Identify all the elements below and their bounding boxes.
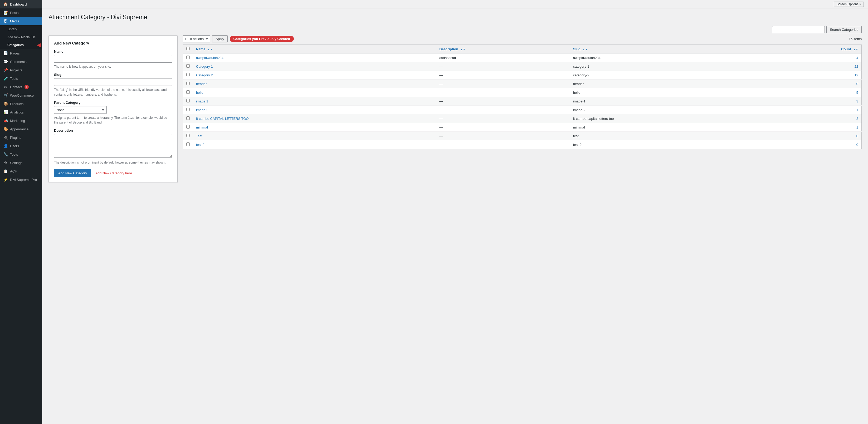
description-textarea[interactable]: [54, 134, 172, 158]
row-name-link[interactable]: It can be CAPITAL LETTERS TOO: [196, 117, 249, 121]
sidebar-item-divi-supreme[interactable]: ⚡ Divi Supreme Pro: [0, 175, 42, 184]
row-count-link[interactable]: 1: [857, 125, 858, 129]
name-input[interactable]: [54, 55, 172, 63]
row-name-cell: awopidwauioh234: [193, 54, 436, 62]
sidebar-item-label: Projects: [10, 68, 22, 72]
row-checkbox[interactable]: [186, 117, 190, 120]
row-name-link[interactable]: Test: [196, 134, 203, 138]
sidebar-item-label: Settings: [10, 161, 22, 165]
sidebar-item-label: Tools: [10, 153, 18, 157]
row-checkbox-cell: [183, 62, 193, 71]
sidebar-item-comments[interactable]: 💬 Comments: [0, 57, 42, 66]
sidebar-item-label: Appearance: [10, 127, 28, 131]
add-new-category-button[interactable]: Add New Category: [54, 169, 91, 177]
row-checkbox[interactable]: [186, 108, 190, 111]
header-slug[interactable]: Slug ▲▼: [570, 45, 764, 54]
slug-input[interactable]: [54, 78, 172, 86]
sidebar-item-add-new-media[interactable]: Add New Media File: [0, 33, 42, 41]
row-name-cell: header: [193, 79, 436, 88]
table-body: awopidwauioh234 asdasdsad awopidwauioh23…: [183, 54, 862, 149]
header-count[interactable]: Count ▲▼: [764, 45, 861, 54]
sidebar-item-users[interactable]: 👤 Users: [0, 142, 42, 150]
slug-field: Slug The "slug" is the URL-friendly vers…: [54, 73, 172, 97]
row-count-link[interactable]: 0: [857, 134, 858, 138]
row-checkbox[interactable]: [186, 56, 190, 59]
row-checkbox[interactable]: [186, 99, 190, 102]
row-checkbox[interactable]: [186, 125, 190, 129]
acf-icon: 📋: [3, 169, 8, 173]
apply-button[interactable]: Apply: [212, 35, 228, 42]
row-checkbox[interactable]: [186, 73, 190, 76]
row-count-link[interactable]: 3: [857, 99, 858, 103]
row-count-link[interactable]: 0: [857, 82, 858, 86]
sidebar-item-categories[interactable]: Categories ◀: [0, 41, 42, 49]
sidebar-item-products[interactable]: 📦 Products: [0, 100, 42, 108]
table-header-row: Name ▲▼ Description ▲▼ Slug ▲▼: [183, 45, 862, 54]
row-checkbox[interactable]: [186, 64, 190, 68]
sidebar-item-dashboard[interactable]: 🏠 Dashboard: [0, 0, 42, 8]
dashboard-icon: 🏠: [3, 2, 8, 6]
table-row: Test — test 0: [183, 132, 862, 140]
row-checkbox[interactable]: [186, 90, 190, 94]
arrow-icon: ◀: [37, 42, 40, 48]
row-name-link[interactable]: header: [196, 82, 207, 86]
marketing-icon: 📣: [3, 119, 8, 123]
sidebar-item-marketing[interactable]: 📣 Marketing: [0, 117, 42, 125]
sidebar-item-projects[interactable]: 📌 Projects: [0, 66, 42, 74]
woocommerce-icon: 🛒: [3, 93, 8, 97]
slug-col-label: Slug: [573, 47, 581, 51]
row-checkbox[interactable]: [186, 134, 190, 137]
row-count-link[interactable]: 12: [855, 73, 858, 77]
page-title: Attachment Category - Divi Supreme: [49, 14, 862, 21]
sidebar-item-appearance[interactable]: 🎨 Appearance: [0, 125, 42, 133]
row-checkbox[interactable]: [186, 81, 190, 85]
slug-sort-icon: ▲▼: [583, 48, 588, 51]
header-name[interactable]: Name ▲▼: [193, 45, 436, 54]
sidebar-item-contact[interactable]: ✉ Contact 1: [0, 83, 42, 91]
sidebar-item-analytics[interactable]: 📊 Analytics: [0, 108, 42, 117]
sidebar-item-posts[interactable]: 📝 Posts: [0, 8, 42, 17]
sidebar-item-tests[interactable]: 🧪 Tests: [0, 74, 42, 83]
sidebar-item-pages[interactable]: 📄 Pages: [0, 49, 42, 57]
bulk-actions-select[interactable]: Bulk actions: [183, 35, 210, 42]
add-category-panel: Add New Category Name The name is how it…: [49, 35, 178, 183]
row-name-link[interactable]: image 2: [196, 108, 208, 112]
header-description[interactable]: Description ▲▼: [436, 45, 570, 54]
sidebar-item-label: Tests: [10, 77, 18, 80]
contact-icon: ✉: [3, 85, 8, 89]
sidebar-item-woocommerce[interactable]: 🛒 WooCommerce: [0, 91, 42, 100]
row-name-link[interactable]: Category 2: [196, 73, 213, 77]
row-name-link[interactable]: awopidwauioh234: [196, 56, 223, 60]
row-name-link[interactable]: test 2: [196, 143, 205, 147]
row-count-link[interactable]: 22: [855, 65, 858, 68]
row-name-link[interactable]: minimal: [196, 125, 208, 129]
row-count-link[interactable]: 2: [857, 117, 858, 121]
count-col-label: Count: [841, 47, 851, 51]
row-checkbox[interactable]: [186, 142, 190, 146]
sidebar-item-settings[interactable]: ⚙ Settings: [0, 159, 42, 167]
row-name-link[interactable]: Category 1: [196, 65, 213, 68]
sidebar-item-plugins[interactable]: 🔌 Plugins: [0, 133, 42, 142]
search-input[interactable]: [772, 26, 825, 33]
row-name-link[interactable]: hello: [196, 91, 203, 95]
sidebar-item-tools[interactable]: 🔧 Tools: [0, 150, 42, 159]
parent-select[interactable]: None: [54, 106, 107, 114]
search-categories-button[interactable]: Search Categories: [826, 26, 862, 33]
content-layout: Add New Category Name The name is how it…: [49, 35, 862, 183]
row-count-link[interactable]: 1: [857, 108, 858, 112]
sidebar-item-library[interactable]: Library: [0, 25, 42, 33]
row-count-link[interactable]: 5: [857, 91, 858, 95]
screen-options-button[interactable]: Screen Options ▾: [834, 2, 864, 7]
row-count-link[interactable]: 0: [857, 143, 858, 147]
sidebar-item-acf[interactable]: 📋 ACF: [0, 167, 42, 175]
row-name-link[interactable]: image 1: [196, 99, 208, 103]
row-checkbox-cell: [183, 71, 193, 79]
add-new-category-here-link[interactable]: Add New Category here: [95, 171, 132, 175]
table-row: minimal — minimal 1: [183, 123, 862, 132]
row-count-link[interactable]: 4: [857, 56, 858, 60]
sidebar-item-label: ACF: [10, 169, 17, 173]
select-all-checkbox[interactable]: [186, 47, 190, 50]
row-slug-cell: it-can-be-capital-letters-too: [570, 114, 764, 123]
sidebar-item-label: Contact: [10, 85, 22, 89]
sidebar-item-media[interactable]: 🖼 Media: [0, 17, 42, 25]
